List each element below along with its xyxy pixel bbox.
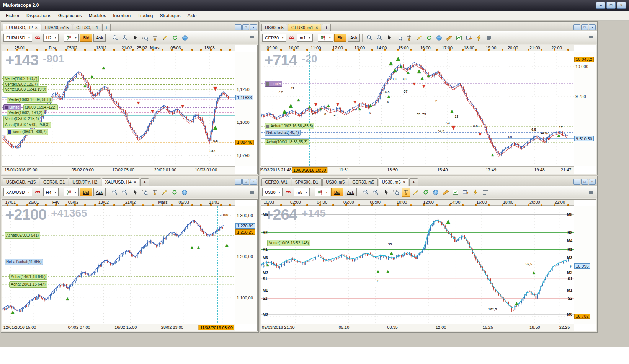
menu-aide[interactable]: Aide — [184, 11, 200, 20]
draw-icon[interactable] — [160, 33, 169, 42]
tab-usd-cad-m15[interactable]: USD/CAD, m15 — [3, 178, 39, 186]
panel-minimize-button[interactable]: – — [573, 179, 580, 185]
trade-label[interactable]: Net a l'achat(41 365) — [5, 259, 43, 265]
panel-minimize-button[interactable]: – — [235, 24, 242, 30]
trade-label[interactable]: Achat(14/01,18 645) — [9, 274, 47, 280]
zoom-area-icon[interactable] — [392, 188, 400, 197]
symbol-select[interactable]: US30▼ — [262, 188, 283, 196]
toolbar-overflow-icon[interactable] — [586, 188, 595, 197]
bid-button[interactable]: Bid — [80, 188, 92, 196]
trade-label[interactable]: Achat(10/03 16:58,-85,5) — [265, 123, 315, 129]
draw-icon[interactable] — [412, 188, 420, 197]
tab-close-icon[interactable]: × — [403, 180, 405, 184]
panel-maximize-button[interactable]: □ — [242, 24, 249, 30]
zoom-area-icon[interactable] — [395, 33, 404, 42]
price-axis[interactable]: 1 300,001 270,891 258,251 200,001 100,00 — [235, 206, 257, 324]
tab-eur-usd-h2[interactable]: EUR/USD, H2× — [3, 24, 41, 31]
chart-type-select[interactable]: ▼ — [64, 188, 79, 196]
trade-label[interactable]: Vente(03/03,-215,4) — [3, 116, 40, 122]
price-axis[interactable]: 10 043,210 0009 7509 510,50 — [574, 52, 596, 166]
menu-dispositions[interactable]: Dispositions — [23, 11, 55, 20]
zoom-in-icon[interactable] — [121, 188, 129, 197]
new-tab-button[interactable]: + — [409, 178, 418, 186]
new-tab-button[interactable]: + — [102, 24, 111, 31]
price-axis[interactable]: 16 99616 782 — [574, 206, 596, 324]
trade-label[interactable]: Vente(10/03 13:52,145) — [267, 240, 310, 246]
globe-icon[interactable] — [180, 33, 189, 42]
symbol-select[interactable]: XAU/USD▼ — [3, 188, 32, 196]
price-chart[interactable] — [261, 52, 574, 166]
tab-fra40-m15[interactable]: FRA40, m15 — [42, 24, 72, 31]
panel-minimize-button[interactable]: – — [573, 24, 580, 30]
tab-us30-m5[interactable]: US30, m5 — [261, 24, 287, 31]
flash-icon[interactable] — [474, 33, 483, 42]
plot-area[interactable]: +264+145Vente(10/03 13:52,145)M5R2R1M3PM… — [261, 206, 574, 324]
menu-strategies[interactable]: Strategies — [156, 11, 184, 20]
tab-close-icon[interactable]: × — [35, 26, 38, 30]
period-select[interactable]: m1▼ — [297, 34, 313, 42]
ask-button[interactable]: Ask — [93, 34, 106, 42]
draw-icon[interactable] — [160, 188, 169, 197]
layers-icon[interactable] — [484, 33, 493, 42]
bid-button[interactable]: Bid — [334, 34, 346, 42]
flash-icon[interactable] — [471, 188, 480, 197]
layers-icon[interactable] — [481, 188, 490, 197]
refresh-icon[interactable] — [422, 188, 430, 197]
trade-label[interactable]: Limite — [265, 81, 283, 87]
pointer-icon[interactable] — [131, 33, 139, 42]
zoom-area-icon[interactable] — [141, 33, 149, 42]
trade-label[interactable]: Achat(02/03,3 541) — [5, 232, 40, 239]
globe-icon[interactable] — [180, 188, 189, 197]
panel-close-button[interactable]: × — [589, 179, 596, 185]
refresh-icon[interactable] — [425, 33, 433, 42]
pointer-icon[interactable] — [382, 188, 390, 197]
symbol-select[interactable]: EUR/USD▼ — [3, 34, 32, 42]
menu-trading[interactable]: Trading — [134, 11, 156, 20]
panel-minimize-button[interactable]: – — [235, 179, 242, 185]
tab-us30-m5[interactable]: US30, m5× — [379, 178, 409, 186]
window-close-button[interactable]: × — [617, 2, 626, 9]
zoom-out-icon[interactable] — [111, 33, 119, 42]
panel-maximize-button[interactable]: □ — [581, 24, 588, 30]
panel-maximize-button[interactable]: □ — [242, 179, 249, 185]
snapshot-icon[interactable] — [454, 33, 463, 42]
toolbar-overflow-icon[interactable] — [247, 33, 256, 42]
tab-us30-m5[interactable]: US30, m5 — [322, 178, 348, 186]
period-select[interactable]: H2▼ — [43, 34, 59, 42]
menu-graphiques[interactable]: Graphiques — [55, 11, 85, 20]
bid-button[interactable]: Bid — [80, 34, 92, 42]
menu-modeles[interactable]: Modeles — [85, 11, 109, 20]
panel-close-button[interactable]: × — [250, 24, 257, 30]
draw-icon[interactable] — [415, 33, 423, 42]
period-select[interactable]: H4▼ — [43, 188, 59, 196]
menu-insertion[interactable]: Insertion — [109, 11, 134, 20]
zoom-area-icon[interactable] — [141, 188, 149, 197]
toolbar-overflow-icon[interactable] — [247, 188, 256, 197]
trade-label[interactable]: Vente(11/02,160,7) — [3, 76, 39, 82]
tab-ger30-d1[interactable]: GER30, D1 — [40, 178, 68, 186]
tab-close-icon[interactable]: × — [315, 26, 318, 30]
refresh-icon[interactable] — [170, 188, 179, 197]
chart-type-select[interactable]: ▼ — [64, 34, 79, 42]
publish-icon[interactable] — [461, 188, 470, 197]
pointer-icon[interactable] — [131, 188, 139, 197]
trade-label[interactable]: Vente(10/03 16:41,19,9) — [3, 86, 47, 93]
menu-fichier[interactable]: Fichier — [2, 11, 23, 20]
trade-label[interactable]: Achat(10/03 18:36,65,3) — [265, 139, 309, 145]
panel-close-button[interactable]: × — [589, 24, 596, 30]
trade-label[interactable]: Vente(10/03 16:09,-58,8) — [7, 97, 52, 103]
zoom-out-icon[interactable] — [362, 188, 371, 197]
tab-ger30-w1[interactable]: GER30, W1 — [261, 178, 291, 186]
zoom-in-icon[interactable] — [375, 33, 384, 42]
chart-type-select[interactable]: ▼ — [318, 34, 333, 42]
publish-icon[interactable] — [464, 33, 473, 42]
bid-button[interactable]: Bid — [331, 188, 343, 196]
window-minimize-button[interactable]: – — [596, 2, 605, 9]
refresh-icon[interactable] — [170, 33, 179, 42]
tab-usd-jpy-h2[interactable]: USD/JPY, H2 — [69, 178, 101, 186]
zoom-in-icon[interactable] — [121, 33, 129, 42]
globe-icon[interactable] — [435, 33, 443, 42]
trade-label[interactable]: Net a l'achat(-40,4) — [265, 130, 301, 136]
ask-button[interactable]: Ask — [348, 34, 360, 42]
price-axis[interactable]: 1,12501,118361,10001,084461,0750 — [235, 52, 257, 166]
